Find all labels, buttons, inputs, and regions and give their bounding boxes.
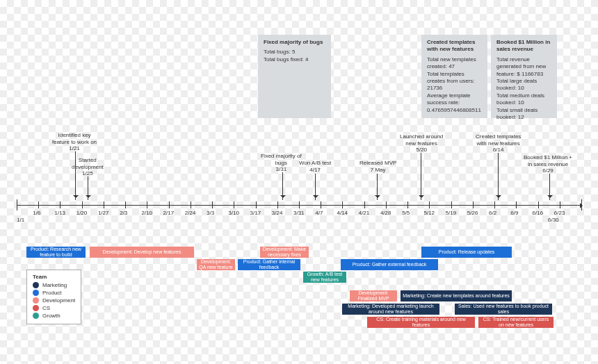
card-bugs: Fixed majority of bugs Total bugs: 5 Tot… [258, 35, 331, 118]
arrow-icon [315, 174, 316, 200]
tick-label: 4/21 [359, 210, 370, 216]
tick-label: 6/16 [533, 210, 544, 216]
tick-label: 4/28 [380, 210, 391, 216]
tick-label: 2/3 [120, 210, 127, 216]
annotation: Launched aroundnew features5/20 [400, 133, 443, 154]
annotation: Created templateswith new features6/14 [476, 133, 521, 154]
arrow-icon [549, 174, 550, 200]
swatch-icon [33, 305, 39, 311]
gantt-bar: Development: QA new feature [197, 259, 235, 270]
tick-label: 3/24 [272, 210, 283, 216]
annotation: Starteddevelopment1/25 [72, 157, 104, 177]
card-line: Total templates creates from users: 2173… [427, 71, 482, 92]
card-line: Total small deals booked: 12 [496, 107, 551, 122]
tick-label: 1/6 [33, 210, 40, 216]
legend: Team Marketing Product Development CS Gr… [26, 270, 81, 324]
tick-label: 6/2 [489, 210, 496, 216]
tick-label: 3/3 [207, 210, 214, 216]
tick-label: 2/17 [163, 210, 175, 216]
card-line: Total medium deals booked: 10 [496, 92, 551, 107]
gantt-bar: Sales: Used new features to book product… [455, 304, 552, 315]
annotation: Booked $1 Million +in sales revenue6/29 [524, 154, 572, 174]
tick-label: 1/27 [98, 210, 109, 216]
card-revenue: Booked $1 Million in sales revenue Total… [491, 35, 557, 118]
tick-label: 3/17 [250, 210, 261, 216]
gantt-bar: Marketing: Create new templates around f… [401, 290, 512, 301]
legend-title: Team [33, 274, 75, 280]
gantt-bar: Product: Gather external feedback [341, 259, 438, 270]
card-line: Average template success rate: 0.4765957… [427, 92, 482, 114]
card-line: Total new templates created: 47 [427, 56, 482, 71]
tick-label: 6/23 [554, 210, 565, 216]
tick-label: 5/12 [423, 210, 435, 216]
tick-label: 2/24 [185, 210, 196, 216]
timeline-axis [17, 205, 581, 206]
annotation: Fixed majority ofbugs3/31 [261, 153, 302, 173]
gantt-bar: Marketing: Developed marketing launch ar… [342, 304, 439, 315]
gantt-bar: CS: Create training materials around new… [367, 317, 475, 328]
tick-label: 3/10 [228, 210, 239, 216]
gantt-bar: Product: Gather internal feedback [238, 259, 300, 270]
annotation: Released MVP7 May [359, 160, 396, 173]
card-line: Total bugs fixed: 4 [264, 56, 325, 63]
swatch-icon [33, 290, 39, 296]
card-line: Total large deals booked: 10 [496, 78, 551, 92]
swatch-icon [33, 313, 39, 319]
gantt-bar: Development: Finalized MVP [350, 290, 397, 301]
tick-label: 6/30 [548, 217, 559, 223]
tick-label: 3/31 [293, 210, 305, 216]
tick-label: 1/13 [54, 210, 65, 216]
gantt-bar: CS: Trained new/current users on new fea… [478, 317, 553, 328]
tick-label: 5/26 [467, 210, 478, 216]
arrow-icon [282, 172, 283, 200]
tick-label: 4/7 [315, 210, 323, 216]
tick-label: 2/10 [141, 210, 152, 216]
tick-label: 5/5 [402, 210, 410, 216]
card-title: Booked $1 Million in sales revenue [496, 39, 551, 53]
card-line: Total bugs: 5 [264, 49, 325, 56]
gantt-bar: Development: Develop new features [90, 247, 194, 258]
annotation: Won A/B test4/17 [299, 160, 331, 173]
gantt-bar: Product: Research new feature to build [26, 247, 86, 258]
arrow-icon [421, 153, 421, 200]
gantt-bar: Growth: A/B test new features [303, 272, 346, 283]
annotation: Identified keyfeature to work on1/21 [52, 132, 97, 152]
tick-label: 1/20 [76, 210, 88, 216]
card-templates: Created templates with new features Tota… [421, 35, 487, 118]
tick-label: 1/1 [17, 217, 24, 223]
gantt-bar: Product: Release updates [421, 247, 512, 258]
swatch-icon [33, 282, 39, 288]
gantt-bar: Development: Make necessary fixes [260, 247, 309, 258]
arrow-icon [88, 176, 88, 200]
arrow-icon [377, 174, 378, 200]
swatch-icon [33, 297, 39, 304]
card-line: Total revenue generated from new feature… [496, 56, 551, 78]
card-title: Fixed majority of bugs [264, 39, 325, 46]
card-title: Created templates with new features [427, 39, 482, 53]
tick-label: 6/9 [510, 210, 518, 216]
tick-label: 5/19 [446, 210, 457, 216]
tick-label: 4/14 [337, 210, 348, 216]
arrow-icon [498, 153, 499, 200]
